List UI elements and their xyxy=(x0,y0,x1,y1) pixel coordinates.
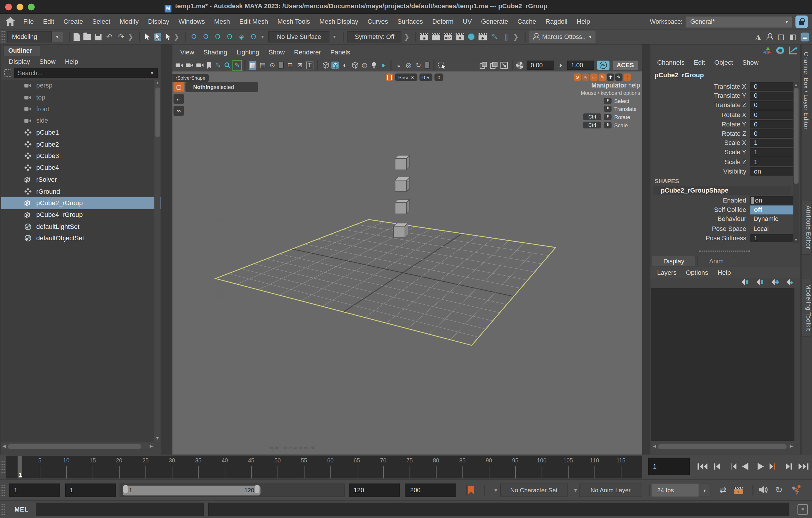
exposure-field[interactable]: 0.00 xyxy=(527,61,554,70)
depth-of-field-icon[interactable]: ↻ xyxy=(415,61,422,70)
layers-horizontal-scrollbar[interactable]: ◀ ▶ xyxy=(651,443,794,449)
outliner-item-pcube3[interactable]: pCube3 xyxy=(1,150,161,162)
step-forward-frame-button[interactable] xyxy=(782,458,796,475)
shape-node-name[interactable]: pCube2_rGroupShape xyxy=(654,186,791,195)
viewport-camera-icon[interactable] xyxy=(176,62,183,68)
menu-modify[interactable]: Modify xyxy=(115,18,143,25)
view-transform-button[interactable]: ACES xyxy=(612,61,638,70)
channel-label[interactable]: Rotate Y xyxy=(650,121,750,128)
shadows-icon[interactable] xyxy=(371,62,377,69)
pose-icon[interactable]: ❙❙ xyxy=(386,74,393,81)
layer-menu-layers[interactable]: Layers xyxy=(652,269,681,276)
chevron-down-icon[interactable]: ▼ xyxy=(260,34,265,39)
xray-icon[interactable] xyxy=(480,62,487,69)
go-to-start-button[interactable] xyxy=(695,458,709,475)
textured-icon[interactable] xyxy=(351,62,358,69)
outliner-vertical-scrollbar[interactable]: ▲ ▼ xyxy=(154,80,161,442)
outliner-item-persp[interactable]: persp xyxy=(1,80,161,91)
current-frame-field[interactable]: 1 xyxy=(648,458,690,475)
chevron-down-icon[interactable]: ▼ xyxy=(573,488,578,493)
motion-blur-icon[interactable]: ◒ xyxy=(395,61,403,70)
menu-surfaces[interactable]: Surfaces xyxy=(393,18,428,25)
bookmark-icon[interactable] xyxy=(207,62,212,68)
close-window-button[interactable] xyxy=(5,3,12,10)
resolution-gate-icon[interactable]: ⊙ xyxy=(269,61,276,70)
animation-start-field[interactable]: 1 xyxy=(9,483,60,497)
rotate-ring-icon[interactable] xyxy=(776,47,784,54)
time-slider[interactable]: 5101520253035404550556065707580859095100… xyxy=(6,456,642,479)
channel-value[interactable]: 1 xyxy=(750,234,793,242)
channel-value[interactable]: 0 xyxy=(750,130,793,138)
render-view-icon[interactable]: ◉ xyxy=(420,33,428,40)
outliner-item-pcube2-rgroup[interactable]: pCube2_rGroup xyxy=(1,197,161,209)
channelbox-menu-object[interactable]: Object xyxy=(709,59,738,66)
channel-value[interactable]: 1 xyxy=(750,139,793,147)
channel-label[interactable]: Translate X xyxy=(650,83,750,90)
wireframe-cube-icon[interactable] xyxy=(322,62,329,69)
move-layer-up-icon[interactable]: ⇧ xyxy=(741,279,750,286)
move-layer-down-icon[interactable]: ⇩ xyxy=(756,279,765,286)
ipr-render-icon[interactable]: IPR xyxy=(444,33,452,40)
field-chart-icon[interactable]: ⊡ xyxy=(286,61,294,70)
channel-label[interactable]: Rotate X xyxy=(650,111,750,118)
channel-label[interactable]: Self Collide xyxy=(650,206,750,213)
draw-pose-icon[interactable]: ⊘ xyxy=(574,74,581,81)
channel-label[interactable]: Translate Y xyxy=(650,92,750,99)
play-backwards-button[interactable] xyxy=(738,458,753,475)
home-icon[interactable] xyxy=(5,17,16,26)
channel-value[interactable]: 1 xyxy=(750,148,793,156)
channel-value[interactable]: Local xyxy=(750,225,793,233)
menu-curves[interactable]: Curves xyxy=(363,18,393,25)
component-select-icon[interactable] xyxy=(154,33,161,41)
channel-label[interactable]: Scale X xyxy=(650,139,750,147)
menu-edit[interactable]: Edit xyxy=(38,18,59,25)
channel-label[interactable]: Pose Space xyxy=(650,225,750,232)
side-tab-modeling-toolkit[interactable]: Modeling Toolkit xyxy=(802,279,812,337)
pause-viewport-icon[interactable]: ∥ xyxy=(502,32,511,41)
link-constraint-icon[interactable]: ∞ xyxy=(590,74,598,81)
outliner-search-input[interactable]: Search... ▼ xyxy=(14,68,158,78)
snap-grid-icon[interactable]: Ω xyxy=(190,32,198,41)
command-line-mode-button[interactable]: MEL xyxy=(14,506,28,513)
snap-viewplane-icon[interactable]: ◈ xyxy=(237,32,245,41)
gamma-field[interactable]: 1.00 xyxy=(567,61,594,70)
cached-playback-icon[interactable]: ↻ xyxy=(775,486,783,494)
exposure-icon[interactable] xyxy=(516,62,523,69)
channel-label[interactable]: Pose Stiffness xyxy=(650,234,750,242)
image-plane-icon[interactable]: ✎ xyxy=(214,61,222,70)
range-slider-grip[interactable] xyxy=(1,484,5,496)
smooth-shade-icon[interactable] xyxy=(331,62,339,69)
menu-edit-mesh[interactable]: Edit Mesh xyxy=(235,18,273,25)
range-slider[interactable]: 1 120 xyxy=(120,484,345,497)
selected-node-name[interactable]: pCube2_rGroup xyxy=(655,71,704,79)
xray-joints-icon[interactable] xyxy=(490,62,498,69)
channel-label[interactable]: Rotate Z xyxy=(650,130,750,137)
time-slider-grip[interactable] xyxy=(1,461,5,473)
camera-attributes-icon[interactable] xyxy=(196,62,204,68)
snap-curve-icon[interactable]: Ω xyxy=(202,32,210,41)
menu-mesh-tools[interactable]: Mesh Tools xyxy=(273,18,315,25)
animation-end-field[interactable]: 200 xyxy=(405,483,456,497)
menu-display[interactable]: Display xyxy=(143,18,174,25)
use-all-lights-icon[interactable]: ◍ xyxy=(361,61,368,70)
save-scene-icon[interactable] xyxy=(95,33,102,40)
undo-icon[interactable]: ↶ xyxy=(105,32,113,41)
link-button[interactable]: ∞ xyxy=(174,106,184,116)
hypershade-icon[interactable] xyxy=(468,33,475,40)
isolate-select-icon[interactable] xyxy=(438,62,445,69)
multisample-icon[interactable]: ◎ xyxy=(405,61,412,70)
outliner-item-pcube2[interactable]: pCube2 xyxy=(1,138,161,150)
channelbox-menu-edit[interactable]: Edit xyxy=(689,59,709,66)
hierarchy-select-icon[interactable] xyxy=(165,33,171,41)
zoom-window-button[interactable] xyxy=(28,3,35,10)
bookmark-icon[interactable] xyxy=(468,486,474,494)
annotate-icon[interactable]: ✎ xyxy=(615,74,622,81)
menu-cache[interactable]: Cache xyxy=(513,18,541,25)
shelf-expander-icon[interactable]: ❯ xyxy=(127,32,134,41)
character-controls-icon[interactable] xyxy=(766,33,773,40)
shelf-expander-icon[interactable]: ❯ xyxy=(513,32,519,41)
anim-layer-field[interactable]: No Anim Layer xyxy=(579,483,642,497)
channel-value[interactable]: 0 xyxy=(750,111,793,119)
flat-shade-icon[interactable]: ◐ xyxy=(341,61,349,70)
layer-menu-options[interactable]: Options xyxy=(681,269,713,276)
